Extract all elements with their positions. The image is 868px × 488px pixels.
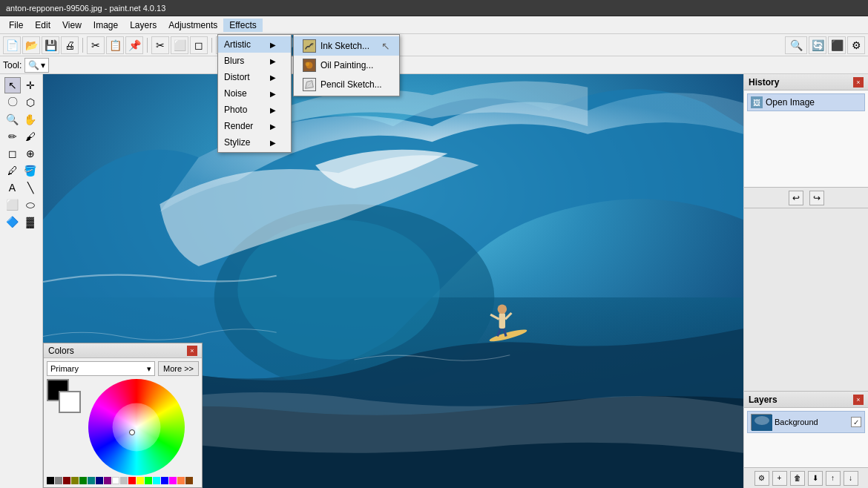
adjust-button[interactable]: ⚙: [847, 36, 865, 54]
tool-eraser[interactable]: ◻: [4, 145, 21, 162]
refresh-button[interactable]: 🔄: [809, 36, 826, 54]
swatch-cyan[interactable]: [153, 477, 160, 484]
tool-move[interactable]: ✛: [22, 77, 39, 93]
swatch-teal[interactable]: [88, 477, 95, 484]
swatch-dark-green[interactable]: [79, 477, 87, 484]
effects-dropdown-menu: Artistic ▶ Blurs ▶ Distort ▶ Noise ▶ Pho…: [217, 34, 292, 153]
history-redo-button[interactable]: ↪: [809, 191, 824, 205]
save-button[interactable]: 💾: [42, 36, 59, 54]
effects-menu-item-render[interactable]: Render ▶: [218, 118, 291, 134]
tool-pan[interactable]: ✋: [22, 111, 39, 128]
menu-effects[interactable]: Effects: [223, 19, 262, 32]
tool-fill[interactable]: 🪣: [22, 162, 39, 179]
select-all-button[interactable]: ⬜: [171, 36, 188, 54]
tool-rect[interactable]: ⬜: [4, 197, 21, 213]
layer-properties-button[interactable]: ⚙: [754, 471, 769, 486]
new-button[interactable]: 📄: [3, 36, 21, 54]
menu-file[interactable]: File: [3, 19, 29, 32]
crop-button[interactable]: ✂: [151, 36, 169, 54]
history-undo-button[interactable]: ↩: [789, 191, 803, 205]
tool-zoom[interactable]: 🔍: [4, 111, 21, 128]
swatch-orange[interactable]: [177, 477, 185, 484]
colors-close-button[interactable]: ×: [187, 346, 197, 356]
color-wheel[interactable]: [88, 379, 185, 475]
layer-add-button[interactable]: +: [772, 471, 787, 486]
colors-dropdown-arrow: ▾: [147, 364, 151, 374]
tools-row-4: ✏ 🖌: [4, 128, 39, 145]
swatch-silver[interactable]: [120, 477, 128, 484]
artistic-submenu-oil-painting[interactable]: Oil Painting...: [294, 56, 399, 75]
ink-sketch-icon: [303, 39, 316, 53]
copy-button[interactable]: 📋: [106, 36, 124, 54]
paste-button[interactable]: 📌: [125, 36, 143, 54]
menu-image[interactable]: Image: [88, 19, 124, 32]
menu-edit[interactable]: Edit: [29, 19, 56, 32]
tool-dropdown[interactable]: 🔍 ▾: [24, 58, 49, 73]
colors-type-dropdown[interactable]: Primary ▾: [47, 361, 155, 376]
colors-panel: Colors × Primary ▾ More >>: [43, 343, 203, 488]
effects-menu-item-distort[interactable]: Distort ▶: [218, 69, 291, 85]
effects-blurs-arrow: ▶: [270, 57, 276, 65]
primary-secondary-colors: [47, 379, 81, 413]
swatch-blue[interactable]: [161, 477, 168, 484]
tool-select[interactable]: ↖: [4, 77, 21, 93]
panel-spacer: [744, 208, 868, 391]
swatch-brown[interactable]: [185, 477, 193, 484]
deselect-button[interactable]: ◻: [190, 36, 208, 54]
oil-painting-label: Oil Painting...: [320, 60, 373, 70]
fit-button[interactable]: ⬛: [828, 36, 846, 54]
layers-panel-header: Layers ×: [744, 392, 868, 408]
effects-menu-item-artistic[interactable]: Artistic ▶: [218, 36, 291, 53]
tool-line[interactable]: ╲: [22, 179, 39, 196]
layer-item[interactable]: Background ✓: [747, 411, 865, 433]
tool-ellipse[interactable]: ⬭: [22, 197, 39, 213]
svg-rect-8: [499, 313, 505, 329]
effects-menu-item-stylize[interactable]: Stylize ▶: [218, 134, 291, 151]
swatch-red[interactable]: [128, 477, 136, 484]
tool-lasso[interactable]: 〇: [4, 94, 21, 111]
menu-adjustments[interactable]: Adjustments: [162, 19, 223, 32]
zoom-out-button[interactable]: 🔍: [785, 36, 807, 54]
swatch-dark-red[interactable]: [63, 477, 70, 484]
swatch-black[interactable]: [47, 477, 54, 484]
tool-pencil[interactable]: ✏: [4, 128, 21, 145]
swatch-dark-blue[interactable]: [96, 477, 103, 484]
artistic-submenu-ink-sketch[interactable]: Ink Sketch... ↖: [294, 36, 399, 56]
cut-button[interactable]: ✂: [87, 36, 105, 54]
history-close-button[interactable]: ×: [853, 77, 864, 88]
tool-recolor[interactable]: 🖊: [4, 162, 21, 179]
tool-text[interactable]: A: [4, 179, 21, 196]
layer-move-down-button[interactable]: ↓: [844, 471, 858, 486]
tool-freeform[interactable]: 🔷: [4, 214, 21, 230]
print-button[interactable]: 🖨: [61, 36, 79, 54]
secondary-color-swatch[interactable]: [59, 391, 81, 413]
layer-delete-button[interactable]: 🗑: [790, 471, 805, 486]
swatch-magenta[interactable]: [169, 477, 177, 484]
toolbar-separator-3: [211, 38, 212, 53]
colors-more-button[interactable]: More >>: [158, 361, 199, 376]
swatch-yellow[interactable]: [137, 477, 144, 484]
tool-gradient[interactable]: ▓: [22, 214, 39, 230]
layer-move-up-button[interactable]: ↑: [826, 471, 841, 486]
artistic-submenu-pencil-sketch[interactable]: Pencil Sketch...: [294, 75, 399, 94]
swatch-lime[interactable]: [145, 477, 152, 484]
effects-menu-item-noise[interactable]: Noise ▶: [218, 85, 291, 102]
layers-close-button[interactable]: ×: [853, 395, 864, 405]
swatch-white[interactable]: [112, 477, 119, 484]
history-item[interactable]: 🖼 Open Image: [747, 93, 865, 111]
swatch-purple[interactable]: [104, 477, 111, 484]
open-button[interactable]: 📂: [22, 36, 40, 54]
menu-bar: File Edit View Image Layers Adjustments …: [0, 16, 868, 34]
menu-layers[interactable]: Layers: [124, 19, 162, 32]
tool-stamp[interactable]: ⊕: [22, 145, 39, 162]
tool-brush[interactable]: 🖌: [22, 128, 39, 145]
effects-menu-item-blurs[interactable]: Blurs ▶: [218, 53, 291, 69]
swatch-gray[interactable]: [55, 477, 62, 484]
swatch-olive[interactable]: [71, 477, 79, 484]
effects-menu-item-photo[interactable]: Photo ▶: [218, 102, 291, 118]
cursor-indicator: ↖: [381, 40, 390, 52]
menu-view[interactable]: View: [56, 19, 88, 32]
layer-merge-button[interactable]: ⬇: [808, 471, 823, 486]
layer-visibility-checkbox[interactable]: ✓: [851, 417, 861, 427]
tool-ellipse-select[interactable]: ⬡: [22, 94, 39, 111]
